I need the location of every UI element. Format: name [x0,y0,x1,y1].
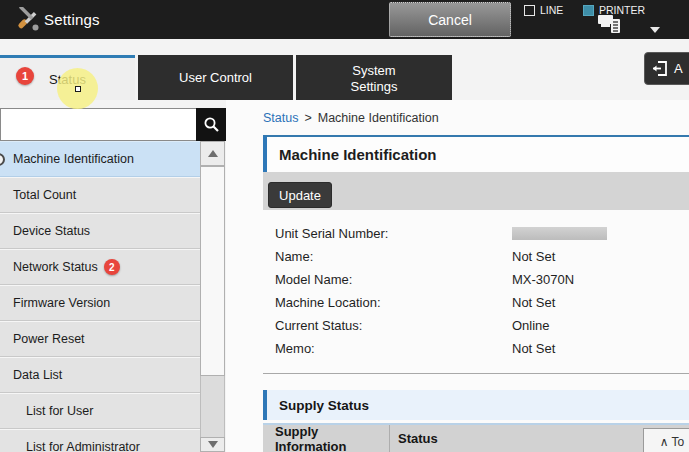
printer-status-icon [583,5,594,16]
sidebar-item-label: Power Reset [13,332,85,346]
login-icon [652,60,669,77]
app-title: Settings [44,0,100,39]
line-status-icon [524,5,535,16]
section-title-machine-identification: Machine Identification [263,135,689,172]
tab-user-control-label: User Control [179,70,252,85]
sidebar-item-label: Firmware Version [13,296,110,310]
field-label: Unit Serial Number: [263,226,512,241]
breadcrumb-status-link[interactable]: Status [263,111,298,125]
arrow-down-icon [208,441,218,448]
sidebar-item-label: List for User [26,404,93,418]
field-label: Memo: [263,341,512,356]
column-header-supply-information: Supply Information [263,425,390,452]
login-button[interactable]: A [644,52,689,85]
cancel-button[interactable]: Cancel [389,2,511,37]
sidebar-item-label: Machine Identification [13,152,134,166]
field-label: Machine Location: [263,295,512,310]
breadcrumb-current: Machine Identification [318,111,439,125]
field-label: Name: [263,249,512,264]
sidebar-item-machine-identification[interactable]: Machine Identification [0,141,200,177]
tab-system-settings-label: System Settings [336,63,412,96]
field-row-model: Model Name: MX-3070N [263,268,689,291]
chevron-down-icon[interactable] [650,27,660,33]
update-button[interactable]: Update [268,182,332,208]
line-label: LINE [540,4,563,16]
annotation-badge-2: 2 [104,259,120,275]
field-row-name: Name: Not Set [263,245,689,268]
sidebar-item-label: List for Administrator [26,440,140,452]
sidebar-item-label: Device Status [13,224,90,238]
sidebar-nav: Machine Identification Total Count Devic… [0,141,200,452]
sidebar-item-label: Data List [13,368,62,382]
sidebar-item-network-status[interactable]: Network Status 2 [0,249,200,285]
field-value: Not Set [512,295,555,310]
supply-status-title: Supply Status [279,398,369,413]
breadcrumb: Status > Machine Identification [263,111,439,125]
annotation-badge-1: 1 [16,67,34,85]
sidebar-item-data-list[interactable]: Data List [0,357,200,393]
scroll-down-button[interactable] [200,437,225,452]
field-label: Model Name: [263,272,512,287]
field-value: Online [512,318,550,333]
redacted-serial-value [512,227,607,240]
field-row-serial: Unit Serial Number: [263,222,689,245]
section-divider [263,373,689,374]
field-row-location: Machine Location: Not Set [263,291,689,314]
scroll-up-button[interactable] [200,141,225,166]
line-indicator: LINE [524,4,563,16]
selected-item-icon [0,153,5,166]
page-title: Machine Identification [279,146,437,163]
login-button-label: A [674,61,683,76]
click-marker-cursor [75,86,81,92]
search-button[interactable] [196,108,226,141]
arrow-up-icon [208,150,218,157]
field-label: Current Status: [263,318,512,333]
sidebar-item-total-count[interactable]: Total Count [0,177,200,213]
sidebar-item-device-status[interactable]: Device Status [0,213,200,249]
breadcrumb-separator: > [304,111,311,125]
field-value: MX-3070N [512,272,574,287]
sidebar-item-firmware-version[interactable]: Firmware Version [0,285,200,321]
back-to-top-button[interactable]: ∧ To [643,428,689,452]
field-value: Not Set [512,249,555,264]
field-row-memo: Memo: Not Set [263,337,689,360]
search-icon [203,116,220,133]
column-header-status: Status [390,431,438,446]
sidebar-item-list-for-administrator[interactable]: List for Administrator [0,429,200,452]
sidebar-item-list-for-user[interactable]: List for User [0,393,200,429]
sidebar-item-label: Network Status [13,260,98,274]
tab-user-control[interactable]: User Control [138,55,293,100]
sidebar-item-power-reset[interactable]: Power Reset [0,321,200,357]
sidebar-item-label: Total Count [13,188,76,202]
field-row-current-status: Current Status: Online [263,314,689,337]
click-marker [57,68,98,109]
settings-tools-icon [15,7,40,32]
search-input[interactable] [0,108,196,141]
sidebar-scrollbar-thumb[interactable] [200,166,225,376]
printer-icon[interactable] [596,14,628,36]
tab-system-settings[interactable]: System Settings [296,55,452,103]
field-value: Not Set [512,341,555,356]
supply-table-header: Supply Information Status [263,423,689,452]
section-title-supply-status: Supply Status [263,390,689,420]
